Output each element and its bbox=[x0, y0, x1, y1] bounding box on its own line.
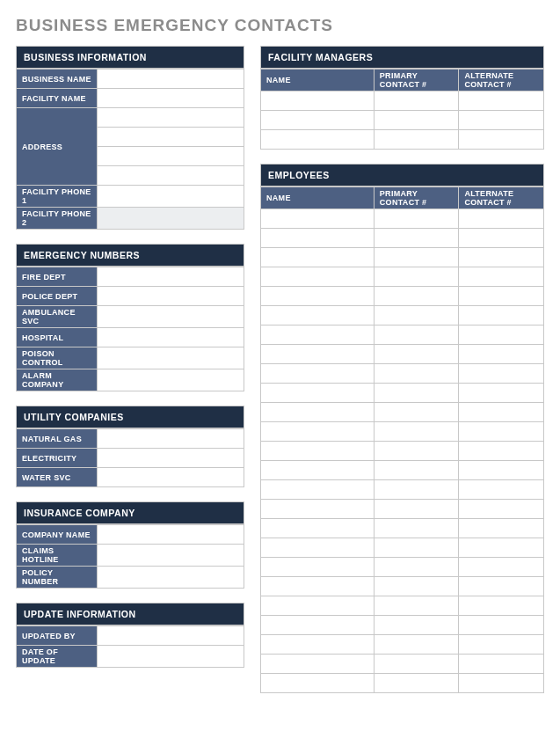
emp-primary-cell[interactable] bbox=[374, 403, 459, 422]
address-input-2[interactable] bbox=[98, 128, 244, 147]
emp-primary-cell[interactable] bbox=[374, 538, 459, 558]
emp-primary-cell[interactable] bbox=[374, 577, 459, 596]
emp-primary-cell[interactable] bbox=[374, 384, 459, 403]
emp-name-cell[interactable] bbox=[261, 325, 375, 345]
ambulance-svc-input[interactable] bbox=[98, 306, 244, 328]
emp-name-cell[interactable] bbox=[261, 229, 375, 248]
emp-alternate-cell[interactable] bbox=[459, 538, 544, 558]
emp-alternate-cell[interactable] bbox=[459, 345, 544, 364]
emp-primary-cell[interactable] bbox=[374, 558, 459, 577]
emp-name-cell[interactable] bbox=[261, 248, 375, 267]
emp-alternate-cell[interactable] bbox=[459, 364, 544, 384]
emp-alternate-cell[interactable] bbox=[459, 248, 544, 267]
police-dept-input[interactable] bbox=[98, 287, 244, 306]
emp-primary-cell[interactable] bbox=[374, 306, 459, 325]
fm-alternate-cell[interactable] bbox=[459, 130, 544, 150]
emp-primary-cell[interactable] bbox=[374, 325, 459, 345]
emp-name-cell[interactable] bbox=[261, 442, 375, 461]
alarm-company-input[interactable] bbox=[98, 369, 244, 391]
address-input-4[interactable] bbox=[98, 166, 244, 186]
emp-alternate-cell[interactable] bbox=[459, 267, 544, 287]
emp-primary-cell[interactable] bbox=[374, 345, 459, 364]
water-svc-input[interactable] bbox=[98, 468, 244, 487]
facility-name-input[interactable] bbox=[98, 89, 244, 108]
emp-primary-cell[interactable] bbox=[374, 596, 459, 616]
updated-by-input[interactable] bbox=[98, 626, 244, 646]
emp-alternate-cell[interactable] bbox=[459, 229, 544, 248]
emp-name-cell[interactable] bbox=[261, 655, 375, 674]
emp-alternate-cell[interactable] bbox=[459, 480, 544, 500]
emp-alternate-cell[interactable] bbox=[459, 596, 544, 616]
emp-name-cell[interactable] bbox=[261, 577, 375, 596]
emp-name-cell[interactable] bbox=[261, 558, 375, 577]
emp-name-cell[interactable] bbox=[261, 209, 375, 229]
emp-primary-cell[interactable] bbox=[374, 267, 459, 287]
emp-name-cell[interactable] bbox=[261, 287, 375, 306]
poison-control-input[interactable] bbox=[98, 347, 244, 369]
emp-primary-cell[interactable] bbox=[374, 519, 459, 538]
emp-name-cell[interactable] bbox=[261, 596, 375, 616]
emp-alternate-cell[interactable] bbox=[459, 461, 544, 480]
emp-name-cell[interactable] bbox=[261, 538, 375, 558]
fm-name-cell[interactable] bbox=[261, 111, 375, 130]
emp-name-cell[interactable] bbox=[261, 616, 375, 635]
emp-alternate-cell[interactable] bbox=[459, 635, 544, 655]
address-input-1[interactable] bbox=[98, 108, 244, 128]
emp-name-cell[interactable] bbox=[261, 480, 375, 500]
emp-alternate-cell[interactable] bbox=[459, 209, 544, 229]
emp-alternate-cell[interactable] bbox=[459, 287, 544, 306]
fm-primary-cell[interactable] bbox=[374, 130, 459, 150]
emp-name-cell[interactable] bbox=[261, 384, 375, 403]
emp-alternate-cell[interactable] bbox=[459, 384, 544, 403]
emp-primary-cell[interactable] bbox=[374, 616, 459, 635]
emp-primary-cell[interactable] bbox=[374, 635, 459, 655]
emp-primary-cell[interactable] bbox=[374, 209, 459, 229]
fm-name-cell[interactable] bbox=[261, 130, 375, 150]
emp-primary-cell[interactable] bbox=[374, 287, 459, 306]
company-name-input[interactable] bbox=[98, 525, 244, 545]
emp-alternate-cell[interactable] bbox=[459, 500, 544, 519]
emp-alternate-cell[interactable] bbox=[459, 422, 544, 442]
address-input-3[interactable] bbox=[98, 147, 244, 166]
emp-alternate-cell[interactable] bbox=[459, 519, 544, 538]
business-name-input[interactable] bbox=[98, 69, 244, 89]
fm-primary-cell[interactable] bbox=[374, 111, 459, 130]
fm-name-cell[interactable] bbox=[261, 91, 375, 111]
policy-number-input[interactable] bbox=[98, 567, 244, 589]
facility-phone1-input[interactable] bbox=[98, 186, 244, 208]
emp-alternate-cell[interactable] bbox=[459, 674, 544, 693]
emp-name-cell[interactable] bbox=[261, 364, 375, 384]
electricity-input[interactable] bbox=[98, 449, 244, 468]
emp-primary-cell[interactable] bbox=[374, 480, 459, 500]
emp-primary-cell[interactable] bbox=[374, 248, 459, 267]
claims-hotline-input[interactable] bbox=[98, 545, 244, 567]
emp-name-cell[interactable] bbox=[261, 674, 375, 693]
emp-name-cell[interactable] bbox=[261, 267, 375, 287]
natural-gas-input[interactable] bbox=[98, 429, 244, 449]
emp-alternate-cell[interactable] bbox=[459, 655, 544, 674]
emp-alternate-cell[interactable] bbox=[459, 616, 544, 635]
emp-name-cell[interactable] bbox=[261, 422, 375, 442]
facility-phone2-input[interactable] bbox=[98, 208, 244, 230]
emp-name-cell[interactable] bbox=[261, 345, 375, 364]
emp-name-cell[interactable] bbox=[261, 403, 375, 422]
emp-alternate-cell[interactable] bbox=[459, 403, 544, 422]
emp-primary-cell[interactable] bbox=[374, 500, 459, 519]
emp-name-cell[interactable] bbox=[261, 500, 375, 519]
emp-primary-cell[interactable] bbox=[374, 674, 459, 693]
emp-primary-cell[interactable] bbox=[374, 364, 459, 384]
emp-name-cell[interactable] bbox=[261, 635, 375, 655]
emp-alternate-cell[interactable] bbox=[459, 577, 544, 596]
emp-primary-cell[interactable] bbox=[374, 229, 459, 248]
emp-primary-cell[interactable] bbox=[374, 461, 459, 480]
emp-primary-cell[interactable] bbox=[374, 655, 459, 674]
fm-alternate-cell[interactable] bbox=[459, 111, 544, 130]
emp-primary-cell[interactable] bbox=[374, 442, 459, 461]
emp-alternate-cell[interactable] bbox=[459, 442, 544, 461]
emp-name-cell[interactable] bbox=[261, 519, 375, 538]
emp-alternate-cell[interactable] bbox=[459, 306, 544, 325]
hospital-input[interactable] bbox=[98, 328, 244, 347]
emp-primary-cell[interactable] bbox=[374, 422, 459, 442]
emp-name-cell[interactable] bbox=[261, 461, 375, 480]
date-of-update-input[interactable] bbox=[98, 646, 244, 668]
